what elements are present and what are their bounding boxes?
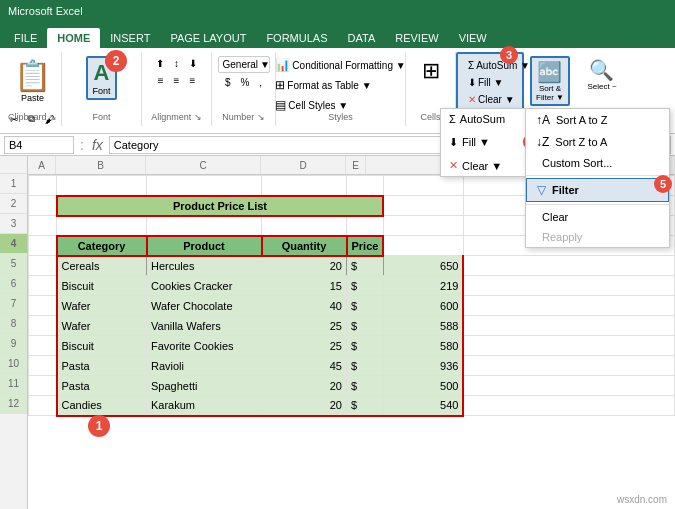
cell-e1[interactable] [347, 176, 384, 196]
cell-product-6[interactable]: Cookies Cracker [147, 276, 262, 296]
comma-button[interactable]: , [255, 75, 266, 90]
cell-product-9[interactable]: Favorite Cookies [147, 336, 262, 356]
tab-home[interactable]: HOME [47, 28, 100, 48]
cell-category-12[interactable]: Candies [57, 396, 147, 416]
cell-dollar-12[interactable]: $ [347, 396, 384, 416]
cell-d3[interactable] [262, 216, 347, 236]
number-format-select[interactable]: General ▼ [218, 56, 270, 73]
currency-button[interactable]: $ [221, 75, 235, 90]
cell-dollar-8[interactable]: $ [347, 316, 384, 336]
cell-dollar-5[interactable]: $ [347, 256, 384, 276]
align-right[interactable]: ≡ [185, 73, 199, 88]
cell-a5[interactable] [29, 256, 57, 276]
header-category[interactable]: Category [57, 236, 147, 256]
cell-price-8[interactable]: 588 [383, 316, 463, 336]
cell-f2[interactable] [383, 196, 463, 216]
cell-a4[interactable] [29, 236, 57, 256]
cell-rest-12[interactable] [463, 396, 674, 416]
cell-category-10[interactable]: Pasta [57, 356, 147, 376]
cell-category-11[interactable]: Pasta [57, 376, 147, 396]
cell-qty-6[interactable]: 15 [262, 276, 347, 296]
conditional-formatting-button[interactable]: 📊 Conditional Formatting ▼ [271, 56, 409, 74]
cell-dollar-7[interactable]: $ [347, 296, 384, 316]
cell-b3[interactable] [57, 216, 147, 236]
cell-qty-9[interactable]: 25 [262, 336, 347, 356]
align-bottom[interactable]: ⬇ [185, 56, 201, 71]
cell-qty-5[interactable]: 20 [262, 256, 347, 276]
find-select-button[interactable]: 🔍 Select ~ [583, 56, 620, 93]
cell-f1[interactable] [383, 176, 463, 196]
cell-a3[interactable] [29, 216, 57, 236]
tab-formulas[interactable]: FORMULAS [256, 28, 337, 48]
cell-product-5[interactable]: Hercules [147, 256, 262, 276]
sort-za-item[interactable]: ↓Z Sort Z to A [526, 131, 669, 153]
cell-price-12[interactable]: 540 [383, 396, 463, 416]
header-product[interactable]: Product [147, 236, 262, 256]
cell-rest-11[interactable] [463, 376, 674, 396]
cell-a12[interactable] [29, 396, 57, 416]
cell-a7[interactable] [29, 296, 57, 316]
format-as-table-button[interactable]: ⊞ Format as Table ▼ [271, 76, 375, 94]
fill-button[interactable]: ⬇ Fill ▼ [464, 75, 516, 90]
tab-review[interactable]: REVIEW [385, 28, 448, 48]
header-price[interactable]: Price [347, 236, 384, 256]
cell-rest-5[interactable] [463, 256, 674, 276]
cell-rest-8[interactable] [463, 316, 674, 336]
cell-product-7[interactable]: Wafer Chocolate [147, 296, 262, 316]
align-left[interactable]: ≡ [154, 73, 168, 88]
sort-az-item[interactable]: ↑A Sort A to Z [526, 109, 669, 131]
cell-rest-7[interactable] [463, 296, 674, 316]
sort-filter-button[interactable]: 🔤 Sort &Filter ▼ [530, 56, 570, 106]
cell-a6[interactable] [29, 276, 57, 296]
cell-c1[interactable] [147, 176, 262, 196]
cell-product-11[interactable]: Spaghetti [147, 376, 262, 396]
cell-qty-12[interactable]: 20 [262, 396, 347, 416]
custom-sort-item[interactable]: Custom Sort... [526, 153, 669, 173]
tab-page-layout[interactable]: PAGE LAYOUT [160, 28, 256, 48]
cell-a9[interactable] [29, 336, 57, 356]
tab-insert[interactable]: INSERT [100, 28, 160, 48]
cell-dollar-9[interactable]: $ [347, 336, 384, 356]
clear-filter-item[interactable]: Clear [526, 207, 669, 227]
cell-f3[interactable] [383, 216, 463, 236]
tab-data[interactable]: DATA [338, 28, 386, 48]
cell-a1[interactable] [29, 176, 57, 196]
filter-item[interactable]: ▽ Filter 5 [526, 178, 669, 202]
cell-rest-10[interactable] [463, 356, 674, 376]
cell-price-11[interactable]: 500 [383, 376, 463, 396]
clear-button[interactable]: ✕ Clear ▼ [464, 92, 516, 107]
align-middle[interactable]: ↕ [170, 56, 183, 71]
tab-view[interactable]: VIEW [449, 28, 497, 48]
align-top[interactable]: ⬆ [152, 56, 168, 71]
cell-product-12[interactable]: Karakum [147, 396, 262, 416]
cell-dollar-10[interactable]: $ [347, 356, 384, 376]
cell-price-7[interactable]: 600 [383, 296, 463, 316]
cell-rest-6[interactable] [463, 276, 674, 296]
align-center[interactable]: ≡ [170, 73, 184, 88]
cell-d1[interactable] [262, 176, 347, 196]
cell-category-7[interactable]: Wafer [57, 296, 147, 316]
cell-f4[interactable] [383, 236, 463, 256]
cell-c3[interactable] [147, 216, 262, 236]
cell-price-9[interactable]: 580 [383, 336, 463, 356]
cell-category-9[interactable]: Biscuit [57, 336, 147, 356]
cell-price-6[interactable]: 219 [383, 276, 463, 296]
cell-dollar-11[interactable]: $ [347, 376, 384, 396]
paste-button[interactable]: 📋 Paste [8, 56, 57, 105]
cell-price-5[interactable]: 650 [383, 256, 463, 276]
cell-qty-7[interactable]: 40 [262, 296, 347, 316]
cell-qty-8[interactable]: 25 [262, 316, 347, 336]
header-quantity[interactable]: Quantity [262, 236, 347, 256]
tab-file[interactable]: FILE [4, 28, 47, 48]
cell-price-10[interactable]: 936 [383, 356, 463, 376]
cell-b1[interactable] [57, 176, 147, 196]
cell-a11[interactable] [29, 376, 57, 396]
cell-product-8[interactable]: Vanilla Wafers [147, 316, 262, 336]
cell-a8[interactable] [29, 316, 57, 336]
cell-e3[interactable] [347, 216, 384, 236]
cell-category-8[interactable]: Wafer [57, 316, 147, 336]
cell-rest-9[interactable] [463, 336, 674, 356]
cell-qty-11[interactable]: 20 [262, 376, 347, 396]
reapply-item[interactable]: Reapply [526, 227, 669, 247]
name-box[interactable]: B4 [4, 136, 74, 154]
